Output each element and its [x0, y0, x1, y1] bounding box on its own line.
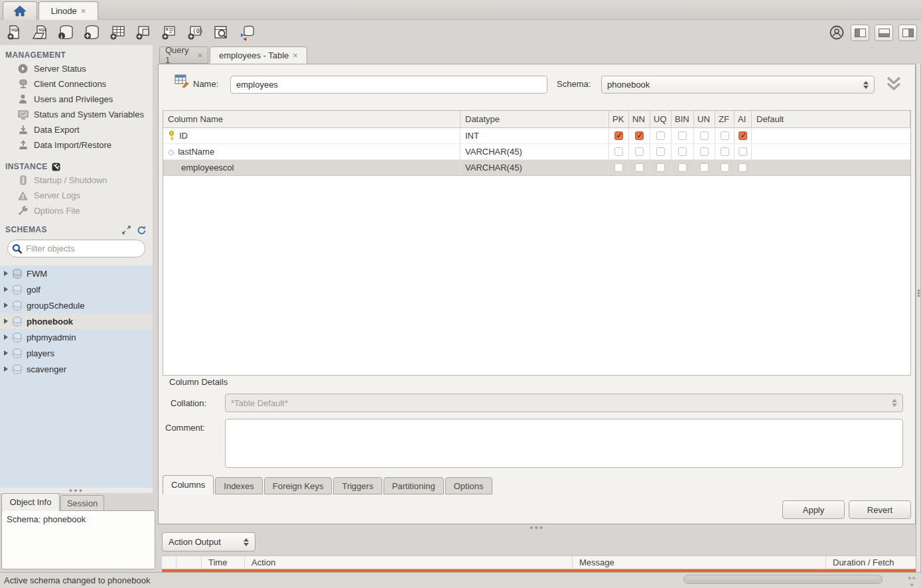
sidebar-item-users-privileges[interactable]: Users and Privileges	[0, 92, 153, 107]
schema-item-players[interactable]: players	[0, 345, 153, 361]
sidebar-item-server-status[interactable]: Server Status	[0, 61, 153, 76]
header-uq[interactable]: UQ	[650, 111, 672, 127]
checkbox-ai[interactable]	[739, 163, 747, 172]
expand-header-chevrons-icon[interactable]	[885, 75, 903, 92]
checkbox-zf[interactable]	[721, 147, 729, 156]
tab-partitioning[interactable]: Partitioning	[384, 477, 444, 494]
expander-icon[interactable]	[4, 271, 8, 276]
output-header-message[interactable]: Message	[573, 556, 826, 569]
expander-icon[interactable]	[4, 350, 8, 356]
collation-combo[interactable]: *Table Default*	[225, 394, 903, 412]
schema-item-golf[interactable]: golf	[0, 281, 153, 297]
expander-icon[interactable]	[4, 287, 8, 292]
checkbox-pk[interactable]	[614, 131, 623, 140]
column-row-id[interactable]: ID INT	[163, 128, 910, 144]
expander-icon[interactable]	[4, 366, 8, 372]
spinner-arrows-icon[interactable]	[863, 81, 869, 89]
header-column-name[interactable]: Column Name	[163, 111, 460, 127]
expander-icon[interactable]	[4, 319, 8, 324]
output-header-duration[interactable]: Duration / Fetch	[826, 556, 921, 569]
create-procedure-icon[interactable]	[161, 24, 178, 41]
sidebar-item-data-export[interactable]: Data Export	[0, 122, 153, 137]
inspect-database-icon[interactable]: i	[57, 24, 74, 41]
checkbox-un[interactable]	[700, 147, 709, 156]
checkbox-bin[interactable]	[678, 131, 687, 140]
table-tab-close-icon[interactable]: ×	[293, 50, 298, 60]
sidebar-item-status-variables[interactable]: Status and System Variables	[0, 107, 153, 122]
header-default[interactable]: Default	[752, 111, 910, 127]
checkbox-nn[interactable]	[635, 163, 644, 172]
sidebar-item-startup-shutdown[interactable]: Startup / Shutdown	[0, 173, 153, 188]
expand-schemas-icon[interactable]	[122, 226, 131, 234]
tab-indexes[interactable]: Indexes	[215, 477, 263, 494]
checkbox-pk[interactable]	[614, 147, 623, 156]
apply-button[interactable]: Apply	[782, 500, 845, 519]
schema-combo[interactable]: phonebook	[601, 76, 875, 94]
header-nn[interactable]: NN	[629, 111, 650, 127]
tab-employees-table[interactable]: employees - Table ×	[210, 46, 307, 64]
revert-button[interactable]: Revert	[849, 500, 911, 519]
checkbox-bin[interactable]	[678, 163, 687, 172]
checkbox-uq[interactable]	[656, 131, 665, 140]
create-schema-icon[interactable]	[83, 24, 100, 41]
expander-icon[interactable]	[4, 334, 8, 340]
search-table-data-icon[interactable]	[212, 24, 230, 41]
schema-item-phonebook[interactable]: phonebook	[0, 313, 153, 329]
horizontal-scrollbar[interactable]	[683, 575, 883, 584]
connection-tab-close-icon[interactable]: ×	[81, 6, 86, 16]
action-output-selector[interactable]: Action Output	[162, 532, 255, 551]
header-zf[interactable]: ZF	[715, 111, 735, 127]
header-ai[interactable]: AI	[735, 111, 752, 127]
comment-textarea[interactable]	[225, 419, 903, 468]
header-un[interactable]: UN	[694, 111, 715, 127]
tab-triggers[interactable]: Triggers	[333, 477, 382, 494]
expander-icon[interactable]	[4, 303, 8, 308]
reconnect-dbms-icon[interactable]	[238, 24, 255, 41]
create-function-icon[interactable]: {0}	[186, 24, 204, 41]
schema-item-groupschedule[interactable]: groupSchedule	[0, 297, 153, 313]
sidebar-item-options-file[interactable]: Options File	[0, 203, 153, 218]
window-resize-grip[interactable]: ●● ●	[908, 575, 916, 588]
checkbox-pk[interactable]	[614, 163, 623, 172]
tab-session[interactable]: Session	[60, 495, 104, 511]
sidebar-item-client-connections[interactable]: Client Connections	[0, 76, 153, 92]
schema-item-scavenger[interactable]: scavenger	[0, 361, 153, 377]
create-table-icon[interactable]	[109, 24, 126, 41]
checkbox-nn[interactable]	[635, 131, 644, 140]
sidebar-item-server-logs[interactable]: Server Logs	[0, 188, 153, 203]
output-header-time[interactable]: Time	[202, 556, 245, 569]
dba-assistant-icon[interactable]	[828, 24, 845, 41]
checkbox-un[interactable]	[700, 163, 709, 172]
table-name-input[interactable]	[230, 76, 547, 94]
tab-query-1[interactable]: Query 1 ×	[159, 46, 208, 64]
checkbox-zf[interactable]	[721, 163, 729, 172]
right-panel-splitter[interactable]: ●●●	[916, 64, 921, 572]
column-row-lastname[interactable]: ◇ lastName VARCHAR(45)	[163, 144, 910, 160]
schema-item-fwm[interactable]: FWM	[0, 265, 153, 281]
checkbox-zf[interactable]	[721, 131, 729, 140]
tab-foreign-keys[interactable]: Foreign Keys	[264, 477, 332, 494]
output-splitter[interactable]: ●●●	[530, 524, 544, 531]
checkbox-uq[interactable]	[656, 147, 665, 156]
tab-object-info[interactable]: Object Info	[1, 493, 60, 511]
checkbox-bin[interactable]	[678, 147, 687, 156]
column-row-employeescol[interactable]: employeescol VARCHAR(45)	[163, 160, 910, 176]
sidebar-splitter[interactable]: ●●●	[0, 488, 153, 493]
checkbox-ai[interactable]	[739, 131, 747, 140]
tab-options[interactable]: Options	[445, 477, 492, 494]
connection-tab[interactable]: Linode ×	[38, 1, 98, 20]
new-sql-tab-icon[interactable]: SQL	[5, 24, 23, 41]
header-datatype[interactable]: Datatype	[460, 111, 609, 127]
checkbox-ai[interactable]	[739, 147, 747, 156]
checkbox-uq[interactable]	[656, 163, 665, 172]
toggle-left-panel-button[interactable]	[851, 25, 869, 41]
toggle-right-panel-button[interactable]	[898, 25, 917, 41]
header-pk[interactable]: PK	[609, 111, 629, 127]
open-sql-script-icon[interactable]: SQL	[31, 24, 48, 41]
checkbox-un[interactable]	[700, 131, 709, 140]
schema-item-phpmyadmin[interactable]: phpmyadmin	[0, 329, 153, 345]
tab-columns[interactable]: Columns	[163, 475, 214, 494]
query-tab-close-icon[interactable]: ×	[197, 50, 202, 60]
header-bin[interactable]: BIN	[672, 111, 694, 127]
sidebar-item-data-import[interactable]: Data Import/Restore	[0, 137, 153, 153]
